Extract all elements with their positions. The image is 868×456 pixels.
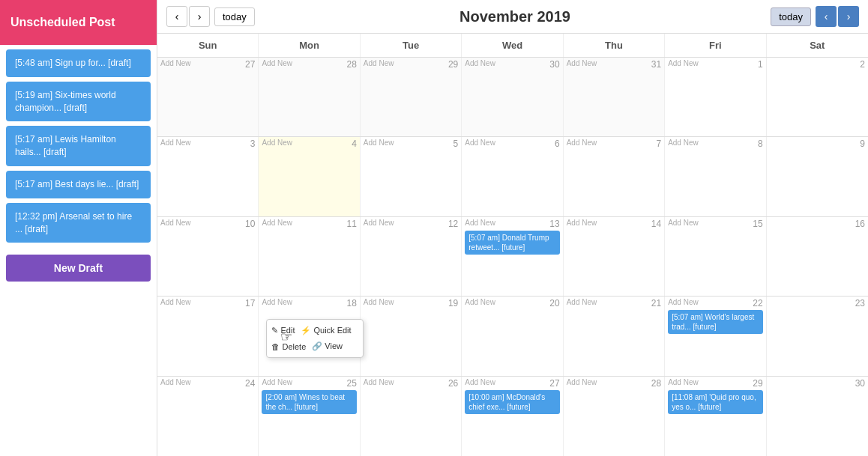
cell-top-27: Add New27 xyxy=(160,59,255,70)
add-new-6[interactable]: Add New xyxy=(465,139,495,147)
context-quick-edit[interactable]: ⚡ Quick Edit xyxy=(301,324,351,337)
add-new-28[interactable]: Add New xyxy=(567,378,597,386)
cell-top-31: Add New31 xyxy=(567,59,661,70)
add-new-22[interactable]: Add New xyxy=(668,298,699,306)
add-new-19[interactable]: Add New xyxy=(364,298,394,306)
cal-cell-27: Add New27 xyxy=(157,58,259,136)
add-new-4[interactable]: Add New xyxy=(262,139,292,147)
cell-top-29: Add New29 xyxy=(668,378,762,389)
day-num-10: 10 xyxy=(245,219,255,229)
add-new-30[interactable]: Add New xyxy=(465,59,495,67)
context-delete[interactable]: 🗑 Delete xyxy=(271,340,306,353)
day-num-21: 21 xyxy=(651,298,661,308)
calendar: SunMonTueWedThuFriSat Add New27Add New28… xyxy=(157,34,868,456)
cell-top-25: Add New25 xyxy=(262,378,356,389)
day-num-31: 31 xyxy=(651,59,661,70)
add-new-10[interactable]: Add New xyxy=(160,219,191,227)
add-new-12[interactable]: Add New xyxy=(364,219,394,227)
cell-top-11: Add New11 xyxy=(262,219,356,229)
cell-top-12: Add New12 xyxy=(364,219,458,229)
day-num-9: 9 xyxy=(860,139,865,149)
event-27-0[interactable]: [10:00 am] McDonald's chief exe... [futu… xyxy=(465,390,559,414)
add-new-27[interactable]: Add New xyxy=(465,378,495,386)
add-new-17[interactable]: Add New xyxy=(160,298,191,306)
cal-cell-20: Add New20 xyxy=(462,297,563,375)
left-nav-group: ‹ › xyxy=(166,6,210,27)
cal-cell-3: Add New3 xyxy=(157,137,259,216)
context-edit[interactable]: ✎ Edit xyxy=(271,324,295,337)
day-num-4: 4 xyxy=(352,139,357,149)
add-new-29[interactable]: Add New xyxy=(668,378,699,386)
cal-cell-30: Add New30 xyxy=(462,58,563,136)
day-num-6: 6 xyxy=(555,139,560,149)
cell-top-22: Add New22 xyxy=(668,298,762,308)
cal-cell-8: Add New8 xyxy=(665,137,766,216)
add-new-24[interactable]: Add New xyxy=(160,378,191,386)
add-new-25[interactable]: Add New xyxy=(262,378,292,386)
add-new-14[interactable]: Add New xyxy=(567,219,597,227)
add-new-8[interactable]: Add New xyxy=(668,139,699,147)
add-new-3[interactable]: Add New xyxy=(160,139,191,147)
add-new-7[interactable]: Add New xyxy=(567,139,597,147)
add-new-5[interactable]: Add New xyxy=(364,139,394,147)
day-num-22: 22 xyxy=(753,298,762,308)
cell-top-13: Add New13 xyxy=(465,219,559,229)
today-button-left[interactable]: today xyxy=(214,7,255,26)
cell-top-14: Add New14 xyxy=(567,219,661,229)
add-new-29[interactable]: Add New xyxy=(364,59,394,67)
add-new-11[interactable]: Add New xyxy=(262,219,292,227)
cell-top-29: Add New29 xyxy=(364,59,458,70)
day-num-11: 11 xyxy=(346,219,356,229)
add-new-1[interactable]: Add New xyxy=(668,59,699,67)
day-num-19: 19 xyxy=(448,298,458,308)
day-headers: SunMonTueWedThuFriSat xyxy=(157,34,868,58)
cal-cell-29: Add New29[11:08 am] 'Quid pro quo, yes o… xyxy=(665,377,766,456)
cell-top-28: Add New28 xyxy=(262,59,356,70)
day-num-29: 29 xyxy=(753,378,762,389)
add-new-27[interactable]: Add New xyxy=(160,59,191,67)
cell-top-2: 2 xyxy=(770,59,865,70)
day-num-28: 28 xyxy=(346,59,356,70)
day-num-26: 26 xyxy=(448,378,458,389)
cell-top-23: 23 xyxy=(770,298,865,308)
draft-item-1[interactable]: [5:19 am] Six-times world champion... [d… xyxy=(6,82,151,122)
add-new-28[interactable]: Add New xyxy=(262,59,292,67)
draft-item-4[interactable]: [12:32 pm] Arsenal set to hire ... [draf… xyxy=(6,203,151,243)
draft-item-0[interactable]: [5:48 am] Sign up for... [draft] xyxy=(6,49,151,77)
draft-item-2[interactable]: [5:17 am] Lewis Hamilton hails... [draft… xyxy=(6,126,151,166)
sidebar: Unscheduled Post [5:48 am] Sign up for..… xyxy=(0,0,157,456)
prev-month-button[interactable]: ‹ xyxy=(166,6,187,27)
cal-cell-19: Add New19 xyxy=(361,297,462,375)
cell-top-27: Add New27 xyxy=(465,378,559,389)
calendar-grid: Add New27Add New28Add New29Add New30Add … xyxy=(157,58,868,456)
add-new-31[interactable]: Add New xyxy=(567,59,597,67)
event-29-0[interactable]: [11:08 am] 'Quid pro quo, yes o... [futu… xyxy=(668,390,762,414)
add-new-13[interactable]: Add New xyxy=(465,219,495,227)
add-new-20[interactable]: Add New xyxy=(465,298,495,306)
month-title: November 2019 xyxy=(259,8,771,25)
new-draft-button[interactable]: New Draft xyxy=(6,255,151,282)
day-num-2: 2 xyxy=(860,59,865,70)
add-new-18[interactable]: Add New xyxy=(262,298,292,306)
cell-top-17: Add New17 xyxy=(160,298,255,308)
context-view[interactable]: 🔗 View xyxy=(312,340,343,353)
day-num-17: 17 xyxy=(245,298,255,308)
prev-month-button-right[interactable]: ‹ xyxy=(816,6,837,27)
add-new-15[interactable]: Add New xyxy=(668,219,699,227)
add-new-26[interactable]: Add New xyxy=(364,378,394,386)
today-button-right[interactable]: today xyxy=(771,7,811,26)
event-13-0[interactable]: [5:07 am] Donald Trump retweet... [futur… xyxy=(465,231,559,255)
draft-item-3[interactable]: [5:17 am] Best days lie... [draft] xyxy=(6,171,151,198)
event-22-0[interactable]: [5:07 am] World's largest trad... [futur… xyxy=(668,310,762,334)
day-num-27: 27 xyxy=(549,378,559,389)
next-month-button[interactable]: › xyxy=(189,6,210,27)
event-25-0[interactable]: [2:00 am] Wines to beat the ch... [futur… xyxy=(262,390,356,414)
day-num-1: 1 xyxy=(758,59,763,70)
week-row-4: Add New24Add New25[2:00 am] Wines to bea… xyxy=(157,377,868,456)
cal-cell-28: Add New28 xyxy=(564,377,665,456)
cal-cell-6: Add New6 xyxy=(462,137,563,216)
next-month-button-right[interactable]: › xyxy=(838,6,859,27)
add-new-21[interactable]: Add New xyxy=(567,298,597,306)
cell-top-4: Add New4 xyxy=(262,139,356,149)
day-num-14: 14 xyxy=(651,219,661,229)
